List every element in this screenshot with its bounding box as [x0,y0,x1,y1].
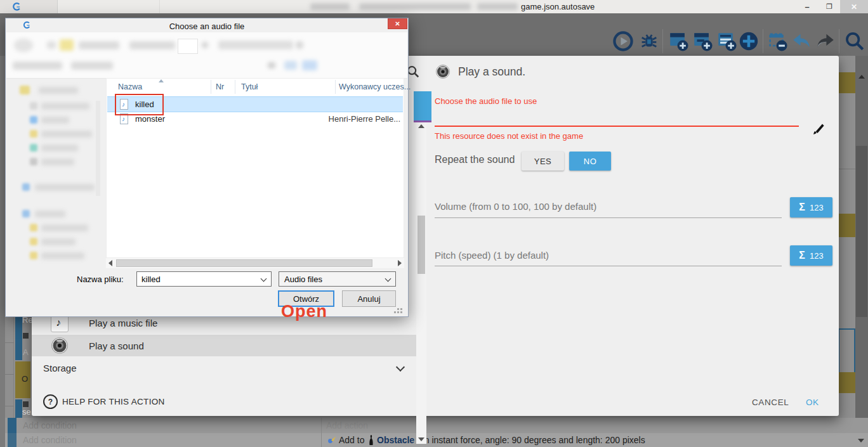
redacted-tree-label [35,184,95,191]
file-dialog-close-button[interactable]: ✕ [388,18,407,29]
undo-button[interactable] [791,30,812,52]
minimize-button[interactable]: – [796,0,819,13]
column-header-nr[interactable]: Nr [216,82,224,91]
row-caret-down-icon[interactable] [858,439,864,443]
redacted-view-icon [302,60,317,70]
force-action-suffix[interactable]: an instant force, angle: 90 degrees and … [419,435,645,445]
file-dialog-title-wrap: Choose an audio file [6,20,408,32]
cancel-button-label: Anuluj [357,294,380,304]
editor-title: Play a sound. [458,65,525,79]
redacted-window-title [310,3,350,10]
file-artist: Henri-Pierre Pelle... [329,114,400,124]
file-chooser-dialog: Choose an audio file ✕ [5,18,409,317]
redacted-back-button [14,39,33,52]
redacted-tree-icon [30,224,37,231]
column-divider[interactable] [211,80,211,94]
dropdown-chevron-icon[interactable] [261,276,267,282]
pitch-input[interactable] [435,266,782,266]
redacted-breadcrumb [129,41,175,49]
search-button[interactable] [844,30,865,52]
redacted-nav-item [296,41,303,49]
category-tab-selected[interactable] [414,91,431,120]
no-label: NO [584,157,597,166]
events-scrollbar[interactable] [855,56,868,447]
close-button[interactable]: ✕ [840,0,868,13]
expr-123-label: 123 [810,251,824,261]
scroll-down-icon[interactable] [418,437,424,441]
redacted-tree-icon [20,86,30,94]
add-event-button[interactable] [667,30,689,52]
scroll-up-icon[interactable] [418,124,424,128]
nav-tree-scrollbar[interactable] [96,101,100,196]
help-question-icon: ? [43,394,58,409]
scroll-left-icon[interactable] [109,260,112,266]
event-action-block [839,372,855,393]
event-row-add: Add condition Add action [5,418,868,434]
redacted-tree-label [41,159,74,165]
force-action-prefix[interactable]: Add to [339,435,364,445]
add-sub-event-button[interactable] [692,30,713,52]
volume-input[interactable] [435,217,782,218]
redacted-box [178,39,198,54]
add-condition-button[interactable]: Add condition [23,435,77,445]
column-header-title[interactable]: Tytuł [241,82,258,91]
dropdown-chevron-icon[interactable] [385,276,391,282]
column-divider[interactable] [235,80,235,94]
ok-button[interactable]: OK [806,398,819,407]
delete-event-button[interactable] [766,30,788,52]
music-note-glyph: ♪ [56,317,61,328]
instruction-item-sound-selected[interactable]: Play a sound [32,335,416,356]
titlebar-segment-line [159,0,160,13]
events-scrollbar-thumb[interactable] [856,146,867,317]
scroll-right-icon[interactable] [398,260,402,266]
help-button[interactable]: ? HELP FOR THIS ACTION [43,394,208,410]
cancel-button[interactable]: CANCEL [752,398,789,407]
volume-expression-button[interactable]: Σ 123 [790,197,832,217]
redo-button[interactable] [815,30,836,52]
instruction-group-storage[interactable]: Storage [32,359,416,379]
filetype-value: Audio files [284,275,322,284]
redacted-breadcrumb [79,41,119,49]
redacted-nav-item [202,42,208,48]
cancel-button-dialog[interactable]: Anuluj [342,290,396,307]
instruction-list-scrollbar[interactable] [416,123,426,444]
file-dialog-navbar-redacted [6,32,407,79]
obstacle-object-icon [369,435,374,445]
help-label: HELP FOR THIS ACTION [62,397,165,406]
column-divider[interactable] [335,80,336,94]
add-button[interactable] [738,30,760,52]
redacted-toolbar-item [13,62,62,70]
instruction-item-label: Play a sound [89,340,144,351]
column-header-name[interactable]: Nazwa [118,82,142,91]
redacted-tree-icon [30,252,37,259]
redacted-folder-icon [60,39,74,51]
restore-button[interactable]: ❐ [819,0,840,13]
column-header-artists[interactable]: Wykonawcy uczes... [339,82,411,91]
repeat-no-button[interactable]: NO [569,152,611,171]
add-action-button[interactable]: Add action [326,420,368,431]
force-action-object[interactable]: Obstacle [377,435,414,445]
debug-button[interactable] [638,30,660,52]
repeat-yes-button[interactable]: YES [522,152,564,171]
file-list-hscrollbar[interactable] [106,258,404,268]
event-text-fragment: A [23,347,29,357]
event-row-force: Add condition Add to Obstacle an instant… [5,433,868,447]
scroll-up-icon[interactable] [858,75,865,79]
window-titlebar: game.json.autosave – ❐ ✕ [0,0,868,14]
filename-combobox[interactable]: killed [136,271,272,287]
preview-play-button[interactable] [612,30,634,52]
screen: game.json.autosave – ❐ ✕ [0,0,868,447]
resource-brush-icon[interactable] [811,121,826,136]
redacted-tree-icon [30,116,37,124]
redacted-tree-icon [30,130,37,138]
add-comment-button[interactable] [716,30,737,52]
sigma-icon: Σ [799,202,805,213]
hscrollbar-thumb[interactable] [116,259,372,267]
pitch-expression-button[interactable]: Σ 123 [790,245,832,266]
filetype-combobox[interactable]: Audio files [279,271,396,287]
scrollbar-thumb[interactable] [418,216,425,274]
audio-file-input[interactable] [435,126,799,127]
yes-label: YES [534,157,552,166]
add-condition-button[interactable]: Add condition [23,420,77,431]
music-file-icon: ♪ [51,314,69,332]
